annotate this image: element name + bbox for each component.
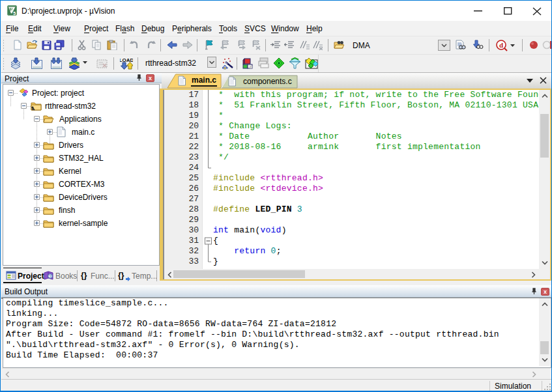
svg-text:LOAD: LOAD (120, 57, 133, 63)
svg-text:5: 5 (13, 11, 16, 16)
svg-text:?: ? (49, 274, 51, 279)
svg-text:d: d (499, 41, 503, 49)
